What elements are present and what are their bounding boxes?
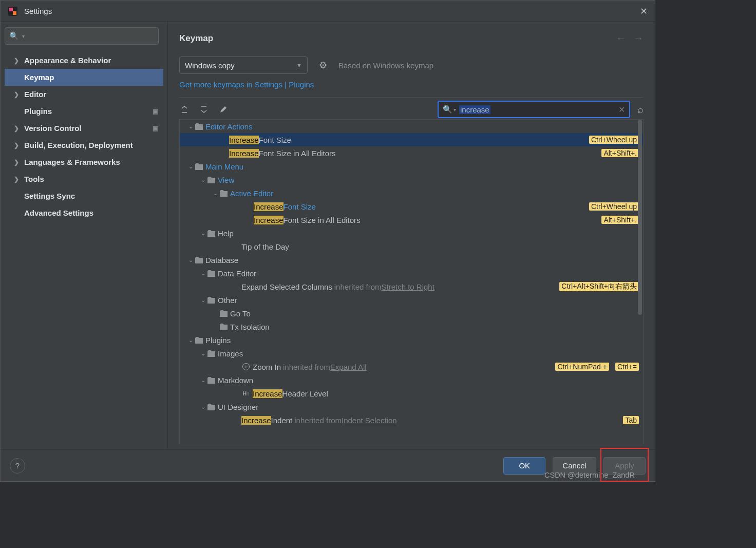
tree-label: Editor Actions xyxy=(205,122,253,131)
folder-icon xyxy=(206,402,216,411)
sidebar-item-appearance-behavior[interactable]: ❯Appearance & Behavior xyxy=(5,52,163,69)
shortcut-wrap: Ctrl+Wheel up xyxy=(586,136,639,144)
tree-label: Help xyxy=(218,229,234,238)
shortcut-wrap: Alt+Shift+. xyxy=(598,149,639,157)
find-by-shortcut-icon[interactable]: ⌕ xyxy=(637,104,644,116)
sidebar-item-languages-frameworks[interactable]: ❯Languages & Frameworks xyxy=(5,154,163,171)
keymap-tree[interactable]: ⌄ Editor ActionsIncrease Font SizeCtrl+W… xyxy=(179,120,644,444)
inherited-label: inherited from xyxy=(334,282,382,291)
sidebar-item-plugins[interactable]: Plugins▣ xyxy=(5,103,163,120)
tree-group[interactable]: ⌄ View xyxy=(180,173,643,186)
tree-action[interactable]: Increase Font SizeCtrl+Wheel up xyxy=(180,200,643,213)
tree-label: Go To xyxy=(230,309,251,318)
sidebar-item-advanced-settings[interactable]: Advanced Settings xyxy=(5,204,163,221)
tree-action[interactable]: Increase Font SizeCtrl+Wheel up xyxy=(180,133,643,146)
scrollbar[interactable] xyxy=(638,120,642,315)
sidebar-item-tools[interactable]: ❯Tools xyxy=(5,171,163,187)
tree-label: Data Editor xyxy=(218,269,256,278)
header-icon: H↑ xyxy=(241,389,251,398)
tree-label: Plugins xyxy=(205,336,231,345)
project-level-icon: ▣ xyxy=(153,108,158,115)
folder-icon xyxy=(219,309,228,318)
tree-group[interactable]: ⌄ Help xyxy=(180,226,643,240)
tree-group[interactable]: ⌄ UI Designer xyxy=(180,400,643,413)
ok-button[interactable]: OK xyxy=(503,457,545,475)
tree-label: View xyxy=(218,176,234,184)
tree-action[interactable]: Tip of the Day xyxy=(180,240,643,253)
help-button[interactable]: ? xyxy=(10,458,25,474)
shortcut-wrap: Ctrl+Alt+Shift+向右箭头 xyxy=(556,282,639,291)
sidebar-item-version-control[interactable]: ❯Version Control▣ xyxy=(5,120,163,137)
sidebar-search[interactable]: 🔍 ▾ xyxy=(5,27,159,45)
tree-group[interactable]: Tx Isolation xyxy=(180,320,643,333)
chevron-down-icon: ⌄ xyxy=(199,177,206,183)
expand-all-icon[interactable] xyxy=(179,104,190,115)
get-more-keymaps-link[interactable]: Get more keymaps in Settings | Plugins xyxy=(179,80,644,89)
tree-group[interactable]: ⌄ Plugins xyxy=(180,333,643,347)
svg-rect-1 xyxy=(9,8,13,11)
tree-group[interactable]: ⌄ Editor Actions xyxy=(180,120,643,133)
keymap-search-field[interactable]: 🔍 ▾ increase ✕ xyxy=(438,101,630,118)
edit-icon[interactable] xyxy=(218,104,229,115)
tree-action[interactable]: Expand Selected Columns inherited from S… xyxy=(180,280,643,293)
folder-icon xyxy=(206,175,216,184)
sidebar-item-editor[interactable]: ❯Editor xyxy=(5,86,163,103)
tree-action[interactable]: Increase Indent inherited from Indent Se… xyxy=(180,413,643,427)
apply-button[interactable]: Apply xyxy=(603,457,646,475)
tree-group[interactable]: ⌄ Images xyxy=(180,347,643,360)
tree-group[interactable]: ⌄ Data Editor xyxy=(180,267,643,280)
editor-icon xyxy=(194,122,203,131)
sidebar-item-label: Advanced Settings xyxy=(24,209,93,217)
highlight: Increase xyxy=(253,389,282,398)
sidebar-item-label: Languages & Frameworks xyxy=(24,158,120,166)
tree-action[interactable]: H↑Increase Header Level xyxy=(180,387,643,400)
tree-group[interactable]: ⌄ Database xyxy=(180,253,643,267)
svg-rect-2 xyxy=(13,11,16,15)
tree-action[interactable]: +Zoom In inherited from Expand AllCtrl+N… xyxy=(180,360,643,373)
sidebar-search-dropdown-icon[interactable]: ▾ xyxy=(22,33,25,39)
sidebar-item-label: Version Control xyxy=(24,124,82,133)
nav-back-icon[interactable]: ← xyxy=(616,32,626,44)
sidebar-item-build-execution-deployment[interactable]: ❯Build, Execution, Deployment xyxy=(5,137,163,154)
inherited-label: inherited from xyxy=(294,416,342,425)
tree-group[interactable]: ⌄ Main Menu xyxy=(180,160,643,173)
plus-icon: + xyxy=(241,362,251,371)
chevron-right-icon: ❯ xyxy=(14,57,21,64)
folder-icon xyxy=(206,349,216,358)
search-icon: 🔍 xyxy=(443,105,452,114)
chevron-down-icon: ⌄ xyxy=(187,337,194,344)
chevron-down-icon: ▼ xyxy=(296,62,302,68)
tree-group[interactable]: ⌄ Active Editor xyxy=(180,186,643,200)
collapse-all-icon[interactable] xyxy=(199,104,209,115)
shortcut-wrap: Alt+Shift+. xyxy=(598,216,639,224)
cancel-button[interactable]: Cancel xyxy=(553,457,596,475)
keymap-select[interactable]: Windows copy ▼ xyxy=(179,56,308,74)
tree-action[interactable]: Increase Font Size in All EditorsAlt+Shi… xyxy=(180,146,643,160)
tree-action[interactable]: Increase Font Size in All EditorsAlt+Shi… xyxy=(180,213,643,226)
highlight: Increase xyxy=(229,149,259,158)
search-dropdown-icon[interactable]: ▾ xyxy=(453,107,456,112)
keymap-search-value: increase xyxy=(459,105,490,114)
inherited-link[interactable]: Expand All xyxy=(330,363,367,371)
highlight: Increase xyxy=(229,136,259,144)
inherited-label: inherited from xyxy=(283,363,330,371)
close-icon[interactable]: ✕ xyxy=(640,6,648,17)
tree-group[interactable]: ⌄ Other xyxy=(180,293,643,307)
nav-forward-icon[interactable]: → xyxy=(633,32,644,44)
inherited-link[interactable]: Stretch to Right xyxy=(382,282,434,291)
highlight: Increase xyxy=(254,216,284,224)
sidebar-item-settings-sync[interactable]: Settings Sync xyxy=(5,187,163,204)
tree-group[interactable]: Go To xyxy=(180,307,643,320)
sidebar-item-keymap[interactable]: Keymap xyxy=(5,69,163,86)
settings-dialog: Settings ✕ 🔍 ▾ ❯Appearance & BehaviorKey… xyxy=(0,0,655,482)
sidebar-item-label: Editor xyxy=(24,90,46,99)
keymap-select-value: Windows copy xyxy=(185,61,235,70)
sidebar-item-label: Keymap xyxy=(24,73,54,82)
folder-icon xyxy=(206,229,216,238)
tree-group[interactable]: ⌄ Markdown xyxy=(180,373,643,387)
titlebar: Settings ✕ xyxy=(1,1,655,22)
keymap-settings-gear-icon[interactable]: ⚙ xyxy=(319,60,327,71)
clear-search-icon[interactable]: ✕ xyxy=(618,105,625,115)
tree-label: Main Menu xyxy=(205,162,243,171)
inherited-link[interactable]: Indent Selection xyxy=(342,416,397,425)
